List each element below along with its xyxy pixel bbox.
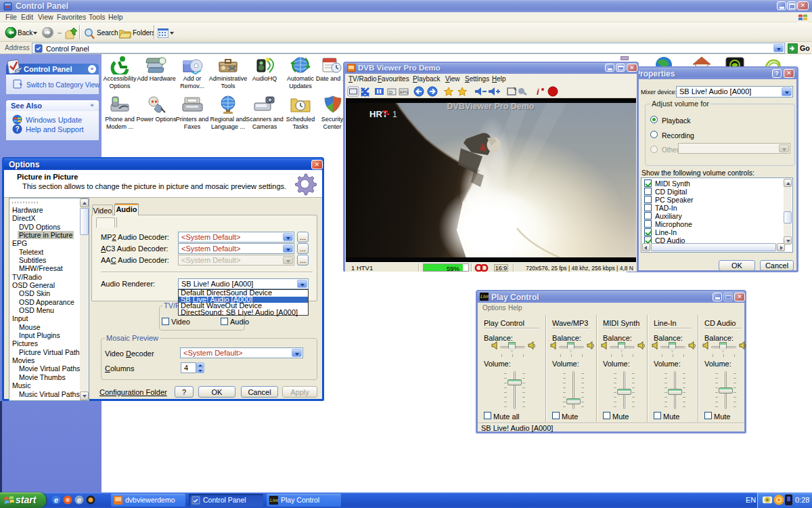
- svg-text:HR: HR: [369, 109, 382, 119]
- svg-text:i: i: [537, 87, 539, 97]
- svg-text:1: 1: [392, 110, 397, 119]
- svg-text:?: ?: [16, 125, 20, 133]
- svg-text:DVBViewer Pro Demo: DVBViewer Pro Demo: [447, 102, 535, 111]
- svg-text:D: D: [389, 90, 392, 95]
- svg-text:e: e: [77, 496, 81, 504]
- svg-text:EPG: EPG: [400, 90, 409, 94]
- svg-text:Live: Live: [480, 294, 489, 299]
- svg-text:Live: Live: [270, 498, 278, 503]
- svg-text:e: e: [54, 496, 58, 504]
